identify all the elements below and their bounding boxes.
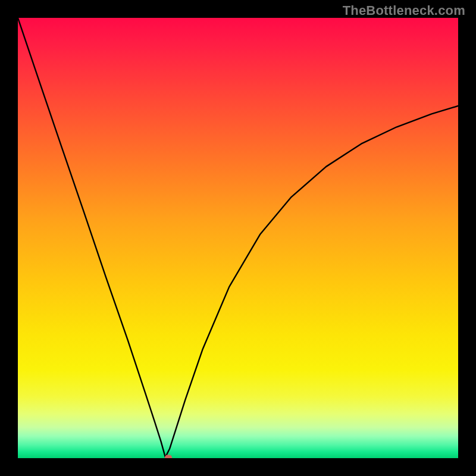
chart-frame: TheBottleneck.com <box>0 0 476 476</box>
bottleneck-curve <box>18 18 458 458</box>
plot-area <box>18 18 458 458</box>
watermark-text: TheBottleneck.com <box>343 3 465 18</box>
optimal-point-marker <box>165 455 172 458</box>
